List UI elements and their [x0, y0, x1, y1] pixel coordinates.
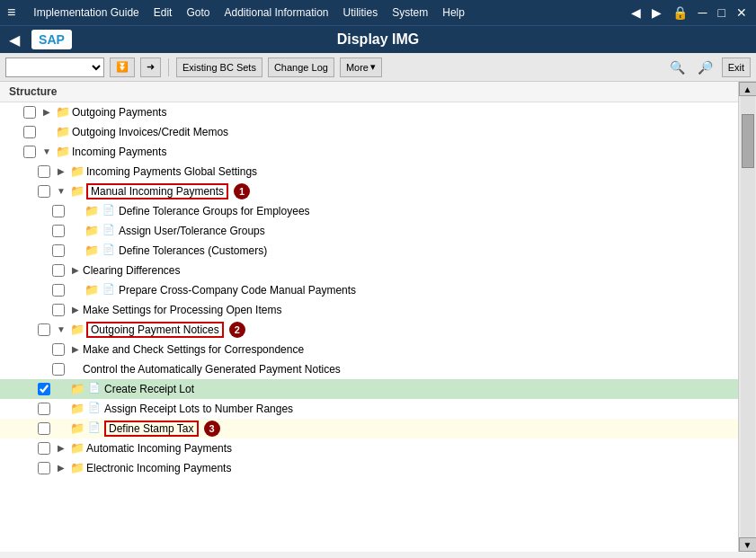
search-plus-btn[interactable]: 🔎: [694, 58, 716, 76]
tree-label-automatic-incoming-payments: Automatic Incoming Payments: [86, 442, 232, 455]
expand-icon-define-stamp-tax[interactable]: [54, 421, 68, 436]
checkbox-outgoing-payment-notices[interactable]: [38, 323, 50, 336]
checkbox-make-settings-processing[interactable]: [52, 304, 65, 316]
nav-forward-btn[interactable]: ▶: [650, 5, 663, 20]
expand-icon-incoming-payments[interactable]: ▼: [40, 145, 54, 159]
tree-label-make-check-correspondence: Make and Check Settings for Corresponden…: [83, 343, 304, 356]
tree-row-control-automatically[interactable]: Control the Automatically Generated Paym…: [0, 359, 738, 379]
expand-icon-outgoing-payment-notices[interactable]: ▼: [54, 323, 68, 337]
tree-row-manual-incoming-payments[interactable]: ▼📁Manual Incoming Payments1: [0, 182, 738, 201]
lock-icon[interactable]: 🔒: [671, 5, 689, 20]
expand-icon-assign-user-tolerance[interactable]: [68, 224, 83, 238]
tree-label-assign-receipt-lots: Assign Receipt Lots to Number Ranges: [104, 403, 293, 415]
checkbox-assign-user-tolerance[interactable]: [52, 225, 65, 237]
expand-icon-control-automatically[interactable]: [68, 362, 83, 376]
expand-icon-prepare-cross-company[interactable]: [68, 283, 83, 297]
sap-logo: SAP: [31, 30, 72, 49]
checkbox-make-check-correspondence[interactable]: [52, 343, 65, 356]
checkbox-incoming-payments[interactable]: [23, 146, 36, 158]
expand-icon-assign-receipt-lots[interactable]: [54, 402, 68, 416]
folder-icon-assign-user-tolerance: 📁: [84, 224, 99, 238]
tree-row-assign-user-tolerance[interactable]: 📁📄Assign User/Tolerance Groups: [0, 221, 738, 241]
close-btn[interactable]: ✕: [734, 5, 749, 20]
expand-icon-make-check-correspondence[interactable]: ▶: [68, 342, 83, 357]
badge-define-stamp-tax: 3: [204, 421, 220, 437]
expand-icon-incoming-payments-global[interactable]: ▶: [54, 164, 68, 179]
existing-bc-sets-btn[interactable]: Existing BC Sets: [176, 58, 262, 77]
checkbox-control-automatically[interactable]: [52, 363, 65, 376]
checkbox-clearing-differences[interactable]: [52, 264, 65, 277]
scrollbar-track[interactable]: [741, 96, 755, 537]
scroll-down-arrow[interactable]: ▼: [739, 537, 757, 552]
expand-icon-outgoing-invoices[interactable]: [40, 125, 54, 139]
expand-icon-define-tolerance-groups[interactable]: [68, 204, 83, 218]
checkbox-manual-incoming-payments[interactable]: [38, 185, 50, 198]
tree-row-define-tolerances-customers[interactable]: 📁📄Define Tolerances (Customers): [0, 241, 738, 261]
tree-label-define-stamp-tax: Define Stamp Tax: [104, 421, 199, 437]
tree-row-define-stamp-tax[interactable]: 📁📄Define Stamp Tax3: [0, 419, 738, 438]
tree-row-incoming-payments-global[interactable]: ▶📁Incoming Payments Global Settings: [0, 162, 738, 182]
folder-icon-outgoing-payments: 📁: [56, 105, 70, 120]
tree-row-assign-receipt-lots[interactable]: 📁📄Assign Receipt Lots to Number Ranges: [0, 399, 738, 419]
more-btn[interactable]: More ▾: [340, 58, 382, 77]
hamburger-menu[interactable]: ≡: [7, 4, 15, 21]
folder-icon-define-tolerance-groups: 📁: [84, 204, 99, 218]
doc-icon-define-stamp-tax: 📄: [88, 421, 102, 436]
checkbox-create-receipt-lot[interactable]: [38, 383, 50, 395]
expand-icon-outgoing-payments[interactable]: ▶: [40, 105, 54, 120]
tree-row-incoming-payments[interactable]: ▼📁Incoming Payments: [0, 142, 738, 162]
expand-icon-electronic-incoming-payments[interactable]: ▶: [54, 461, 68, 475]
checkbox-define-tolerance-groups[interactable]: [52, 205, 65, 217]
checkbox-incoming-payments-global[interactable]: [38, 165, 50, 178]
tree-row-create-receipt-lot[interactable]: 📁📄Create Receipt Lot: [0, 379, 738, 399]
menu-system[interactable]: System: [392, 6, 428, 19]
toolbar-right: 🔍 🔎 Exit: [666, 58, 751, 77]
expand-icon-make-settings-processing[interactable]: ▶: [68, 303, 83, 317]
checkbox-electronic-incoming-payments[interactable]: [38, 462, 50, 474]
checkbox-assign-receipt-lots[interactable]: [38, 403, 50, 415]
expand-icon-clearing-differences[interactable]: ▶: [68, 263, 83, 278]
menu-implementation-guide[interactable]: Implementation Guide: [33, 6, 138, 19]
checkbox-outgoing-invoices[interactable]: [23, 126, 36, 138]
folder-icon-define-stamp-tax: 📁: [70, 421, 84, 436]
folder-icon-incoming-payments-global: 📁: [70, 164, 84, 179]
back-button[interactable]: ◀: [9, 31, 20, 49]
minimize-btn[interactable]: ─: [697, 5, 709, 20]
nav-back-btn[interactable]: ◀: [629, 5, 643, 20]
menu-additional-information[interactable]: Additional Information: [224, 6, 328, 19]
maximize-btn[interactable]: □: [716, 5, 727, 20]
tree-row-prepare-cross-company[interactable]: 📁📄Prepare Cross-Company Code Manual Paym…: [0, 280, 738, 300]
tree-row-make-check-correspondence[interactable]: ▶Make and Check Settings for Corresponde…: [0, 340, 738, 359]
scroll-up-arrow[interactable]: ▲: [739, 82, 757, 96]
menu-edit[interactable]: Edit: [154, 6, 173, 19]
menubar: ≡ Implementation Guide Edit Goto Additio…: [0, 0, 756, 25]
menu-utilities[interactable]: Utilities: [343, 6, 378, 19]
toolbar-dropdown[interactable]: [5, 58, 104, 77]
checkbox-prepare-cross-company[interactable]: [52, 284, 65, 297]
tree-row-make-settings-processing[interactable]: ▶Make Settings for Processing Open Items: [0, 300, 738, 320]
expand-icon-automatic-incoming-payments[interactable]: ▶: [54, 441, 68, 456]
menu-help[interactable]: Help: [442, 6, 465, 19]
arrow-right-btn[interactable]: ➜: [140, 58, 161, 77]
tree-row-outgoing-payments[interactable]: ▶📁Outgoing Payments: [0, 102, 738, 122]
scrollbar[interactable]: ▲ ▼: [738, 82, 756, 552]
down-arrows-btn[interactable]: ⏬: [110, 58, 135, 77]
change-log-btn[interactable]: Change Log: [268, 58, 334, 77]
expand-icon-manual-incoming-payments[interactable]: ▼: [54, 184, 68, 199]
expand-icon-define-tolerances-customers[interactable]: [68, 244, 83, 258]
search-btn[interactable]: 🔍: [666, 58, 689, 76]
tree-row-outgoing-payment-notices[interactable]: ▼📁Outgoing Payment Notices2: [0, 320, 738, 340]
exit-btn[interactable]: Exit: [722, 58, 751, 77]
tree-row-clearing-differences[interactable]: ▶Clearing Differences: [0, 261, 738, 280]
tree-row-define-tolerance-groups[interactable]: 📁📄Define Tolerance Groups for Employees: [0, 201, 738, 221]
checkbox-define-tolerances-customers[interactable]: [52, 244, 65, 257]
menu-goto[interactable]: Goto: [186, 6, 209, 19]
checkbox-define-stamp-tax[interactable]: [38, 422, 50, 435]
scrollbar-thumb[interactable]: [742, 114, 754, 168]
tree-row-electronic-incoming-payments[interactable]: ▶📁Electronic Incoming Payments: [0, 458, 738, 478]
checkbox-automatic-incoming-payments[interactable]: [38, 442, 50, 455]
tree-row-outgoing-invoices[interactable]: 📁Outgoing Invoices/Credit Memos: [0, 122, 738, 142]
expand-icon-create-receipt-lot[interactable]: [54, 382, 68, 396]
checkbox-outgoing-payments[interactable]: [23, 106, 36, 119]
tree-row-automatic-incoming-payments[interactable]: ▶📁Automatic Incoming Payments: [0, 438, 738, 458]
